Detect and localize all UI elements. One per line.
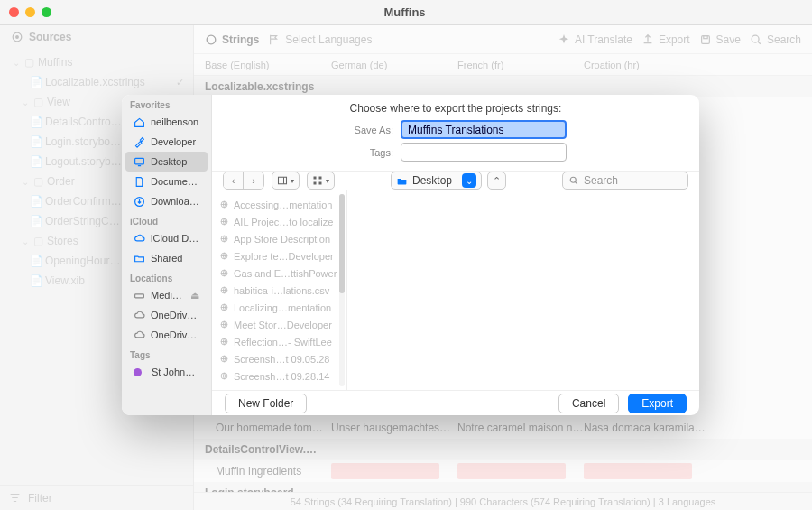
- minimize-window-button[interactable]: [25, 7, 35, 17]
- back-button[interactable]: ‹: [224, 172, 244, 189]
- sidebar-item-iclouddrive[interactable]: iCloud Dri…: [125, 228, 208, 248]
- save-sheet-sidebar: Favorites neilbenson Developer Desktop D…: [122, 95, 212, 415]
- sidebar-item-downloads[interactable]: Downloads: [125, 191, 208, 211]
- sidebar-item-developer[interactable]: Developer: [125, 132, 208, 152]
- expand-button[interactable]: ⌃: [487, 172, 506, 190]
- webloc-icon: [219, 354, 229, 364]
- file-item[interactable]: Gas and E…ttishPower: [212, 264, 346, 282]
- folder-icon: [134, 253, 145, 264]
- svg-rect-10: [314, 177, 317, 180]
- view-columns-button[interactable]: ▾: [272, 172, 300, 190]
- hammer-icon: [134, 136, 145, 148]
- tags-header: Tags: [122, 345, 211, 362]
- sidebar-item-shared[interactable]: Shared: [125, 248, 208, 268]
- window-controls: [9, 7, 51, 17]
- forward-button[interactable]: ›: [244, 172, 263, 189]
- sidebar-item-tag[interactable]: St Johns…: [125, 362, 208, 382]
- drive-icon: [134, 290, 145, 301]
- location-popup[interactable]: Desktop ⌄: [391, 172, 482, 190]
- save-as-label: Save As:: [345, 125, 393, 135]
- webloc-icon: [219, 302, 229, 312]
- file-item[interactable]: Screensh…t 09.28.14: [212, 367, 346, 385]
- document-icon: [134, 176, 145, 188]
- webloc-icon: [219, 199, 229, 209]
- sidebar-item-home[interactable]: neilbenson: [125, 112, 208, 132]
- sheet-prompt: Choose where to export the projects stri…: [226, 102, 685, 115]
- file-item[interactable]: Reflection…- SwiftLee: [212, 333, 346, 350]
- cloud-icon: [134, 329, 145, 341]
- file-item[interactable]: AIL Projec…to localize: [212, 213, 346, 230]
- sidebar-item-media[interactable]: Media…⏏: [125, 285, 208, 305]
- cloud-icon: [134, 233, 145, 245]
- zoom-window-button[interactable]: [42, 7, 51, 17]
- house-icon: [134, 116, 145, 128]
- cancel-button[interactable]: Cancel: [558, 394, 619, 413]
- svg-rect-8: [135, 293, 144, 297]
- file-item[interactable]: Screensh…t 09.05.28: [212, 350, 346, 367]
- export-confirm-button[interactable]: Export: [628, 394, 687, 413]
- tags-label: Tags:: [345, 147, 393, 158]
- file-detail-column: [347, 190, 699, 390]
- webloc-icon: [219, 217, 229, 227]
- downloads-icon: [134, 196, 145, 208]
- icloud-header: iCloud: [122, 211, 211, 228]
- browser-toolbar: ‹ › ▾ ▾ Desktop ⌄ ⌃ Search: [212, 171, 699, 190]
- new-folder-button[interactable]: New Folder: [225, 394, 307, 413]
- tags-input[interactable]: [401, 143, 567, 162]
- group-button[interactable]: ▾: [307, 172, 335, 190]
- grid-icon: [312, 175, 323, 186]
- file-column[interactable]: Accessing…mentationAIL Projec…to localiz…: [212, 190, 347, 390]
- webloc-icon: [219, 251, 229, 261]
- svg-rect-11: [319, 177, 322, 180]
- file-item[interactable]: Accessing…mentation: [212, 196, 346, 213]
- webloc-icon: [219, 371, 229, 381]
- locations-header: Locations: [122, 268, 211, 285]
- folder-icon: [396, 175, 408, 187]
- file-item[interactable]: Meet Stor…Developer: [212, 316, 346, 333]
- webloc-icon: [219, 268, 229, 278]
- scrollbar-thumb[interactable]: [339, 194, 345, 293]
- svg-rect-13: [319, 182, 322, 185]
- sidebar-item-documents[interactable]: Documents: [125, 172, 208, 191]
- svg-rect-9: [279, 177, 287, 184]
- sidebar-item-onedrive1[interactable]: OneDrive…: [125, 305, 208, 325]
- sidebar-item-desktop[interactable]: Desktop: [125, 152, 208, 172]
- svg-point-14: [570, 177, 576, 182]
- svg-rect-12: [314, 182, 317, 185]
- chevron-up-down-icon: ⌄: [462, 173, 476, 188]
- favorites-header: Favorites: [122, 95, 211, 112]
- window-title: Muffins: [51, 5, 758, 19]
- file-item[interactable]: Explore te…Developer: [212, 247, 346, 264]
- webloc-icon: [219, 320, 229, 329]
- search-icon: [568, 175, 579, 186]
- file-item[interactable]: Localizing…mentation: [212, 299, 346, 316]
- svg-rect-6: [135, 158, 144, 164]
- columns-icon: [277, 175, 288, 186]
- titlebar: Muffins: [0, 0, 812, 25]
- save-as-input[interactable]: [401, 120, 567, 139]
- nav-buttons: ‹ ›: [223, 172, 264, 190]
- webloc-icon: [219, 285, 229, 295]
- export-save-sheet: Favorites neilbenson Developer Desktop D…: [122, 95, 699, 415]
- desktop-icon: [134, 156, 145, 168]
- search-field[interactable]: Search: [562, 172, 688, 190]
- file-item[interactable]: App Store Description: [212, 230, 346, 247]
- webloc-icon: [219, 337, 229, 347]
- tag-color-icon: [134, 368, 142, 376]
- cloud-icon: [134, 310, 145, 321]
- sidebar-item-onedrive2[interactable]: OneDrive…: [125, 325, 208, 345]
- close-window-button[interactable]: [9, 7, 19, 17]
- webloc-icon: [219, 234, 229, 244]
- file-item[interactable]: habitica-i…lations.csv: [212, 282, 346, 299]
